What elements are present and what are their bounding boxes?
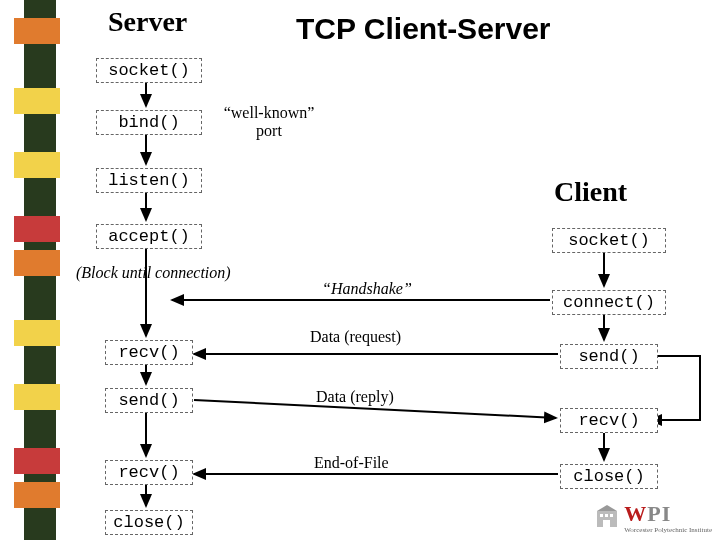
deco-block xyxy=(14,320,60,346)
deco-block xyxy=(14,152,60,178)
data-reply-label: Data (reply) xyxy=(316,388,394,406)
client-heading: Client xyxy=(554,176,627,208)
client-step-connect: connect() xyxy=(552,290,666,315)
server-step-recv2: recv() xyxy=(105,460,193,485)
server-step-send: send() xyxy=(105,388,193,413)
server-step-close: close() xyxy=(105,510,193,535)
handshake-label: “Handshake” xyxy=(322,280,412,298)
deco-block xyxy=(14,88,60,114)
server-step-socket: socket() xyxy=(96,58,202,83)
data-request-label: Data (request) xyxy=(310,328,401,346)
svg-rect-17 xyxy=(610,514,613,517)
logo-pi: PI xyxy=(647,501,671,526)
server-step-accept: accept() xyxy=(96,224,202,249)
server-step-recv1: recv() xyxy=(105,340,193,365)
building-icon xyxy=(594,505,620,531)
wk-line2: port xyxy=(256,122,282,139)
server-step-listen: listen() xyxy=(96,168,202,193)
block-until-connection-label: (Block until connection) xyxy=(76,264,256,282)
client-step-send: send() xyxy=(560,344,658,369)
wpi-logo: WPI Worcester Polytechnic Institute xyxy=(594,501,712,534)
svg-rect-15 xyxy=(600,514,603,517)
client-step-close: close() xyxy=(560,464,658,489)
deco-block xyxy=(14,384,60,410)
wk-line1: “well-known” xyxy=(224,104,315,121)
server-heading: Server xyxy=(108,6,187,38)
logo-institute: Worcester Polytechnic Institute xyxy=(624,527,712,534)
left-deco-strip xyxy=(24,0,56,540)
deco-block xyxy=(14,482,60,508)
client-step-recv: recv() xyxy=(560,408,658,433)
deco-block xyxy=(14,250,60,276)
page-title: TCP Client-Server xyxy=(296,12,551,46)
well-known-port-label: “well-known” port xyxy=(214,104,324,140)
logo-w: W xyxy=(624,501,647,526)
client-step-socket: socket() xyxy=(552,228,666,253)
svg-rect-18 xyxy=(603,520,610,527)
server-step-bind: bind() xyxy=(96,110,202,135)
deco-block xyxy=(14,448,60,474)
eof-label: End-of-File xyxy=(314,454,389,472)
svg-rect-16 xyxy=(605,514,608,517)
deco-block xyxy=(14,18,60,44)
deco-block xyxy=(14,216,60,242)
svg-marker-19 xyxy=(597,505,617,511)
